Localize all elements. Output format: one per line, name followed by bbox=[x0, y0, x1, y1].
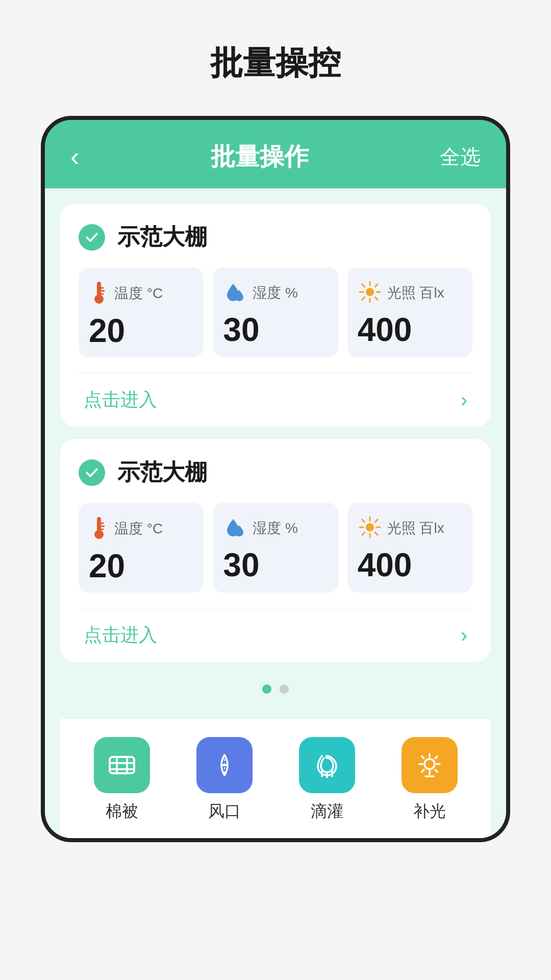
svg-line-42 bbox=[421, 756, 423, 758]
greenhouse-card-2[interactable]: 示范大棚 bbox=[60, 439, 491, 662]
sensors-row-2: 温度 °C 20 湿度 % 30 bbox=[79, 503, 472, 593]
thermometer-icon-2 bbox=[89, 515, 109, 543]
dot-1 bbox=[262, 684, 271, 694]
svg-point-5 bbox=[366, 288, 374, 296]
diguan-icon-bg bbox=[299, 737, 355, 793]
svg-line-43 bbox=[435, 770, 437, 772]
svg-point-37 bbox=[424, 759, 435, 769]
check-icon-2[interactable] bbox=[79, 459, 105, 486]
svg-line-13 bbox=[362, 297, 364, 300]
svg-line-24 bbox=[362, 520, 364, 522]
svg-rect-28 bbox=[110, 757, 134, 773]
light-sensor-2: 光照 百lx 400 bbox=[347, 503, 472, 593]
phone-frame: ‹ 批量操作 全选 示范大棚 bbox=[41, 116, 510, 842]
toolbar-item-fengkou[interactable]: 风口 bbox=[196, 737, 253, 823]
humidity-icon-1 bbox=[223, 280, 247, 306]
header-title: 批量操作 bbox=[211, 140, 309, 173]
enter-text-2: 点击进入 bbox=[84, 623, 157, 648]
svg-line-27 bbox=[362, 532, 364, 535]
fengkou-label: 风口 bbox=[208, 800, 241, 823]
select-all-button[interactable]: 全选 bbox=[440, 143, 481, 171]
enter-arrow-1: › bbox=[461, 388, 467, 411]
temperature-label-2: 温度 °C bbox=[114, 519, 163, 538]
enter-arrow-2: › bbox=[461, 624, 467, 647]
humidity-value-1: 30 bbox=[223, 313, 328, 346]
light-value-2: 400 bbox=[358, 549, 462, 581]
greenhouse-name-2: 示范大棚 bbox=[117, 457, 207, 487]
svg-point-1 bbox=[94, 295, 104, 304]
light-icon-2 bbox=[358, 515, 382, 542]
svg-line-45 bbox=[421, 770, 423, 772]
svg-line-10 bbox=[362, 284, 364, 287]
svg-line-25 bbox=[375, 532, 378, 535]
enter-text-1: 点击进入 bbox=[84, 387, 157, 412]
svg-line-11 bbox=[375, 297, 378, 300]
humidity-value-2: 30 bbox=[223, 549, 328, 581]
greenhouse-card-1[interactable]: 示范大棚 bbox=[60, 204, 491, 427]
temperature-sensor-2: 温度 °C 20 bbox=[79, 503, 204, 593]
humidity-sensor-1: 湿度 % 30 bbox=[213, 267, 338, 357]
light-label-2: 光照 百lx bbox=[387, 519, 444, 538]
toolbar-item-mianbe[interactable]: 棉被 bbox=[94, 737, 150, 823]
humidity-label-1: 湿度 % bbox=[253, 283, 298, 303]
back-button[interactable]: ‹ bbox=[70, 143, 79, 170]
temperature-value-1: 20 bbox=[89, 314, 193, 347]
thermometer-icon-1 bbox=[89, 280, 109, 307]
light-icon-1 bbox=[358, 280, 382, 306]
svg-line-44 bbox=[435, 756, 437, 758]
greenhouse-name-1: 示范大棚 bbox=[117, 222, 207, 252]
mianbe-icon-bg bbox=[94, 737, 150, 793]
humidity-sensor-2: 湿度 % 30 bbox=[213, 503, 338, 593]
temperature-label-1: 温度 °C bbox=[114, 284, 163, 303]
humidity-icon-2 bbox=[223, 515, 247, 542]
toolbar-item-buguang[interactable]: 补光 bbox=[402, 737, 458, 823]
light-label-1: 光照 百lx bbox=[387, 283, 444, 303]
card-header-2: 示范大棚 bbox=[79, 457, 472, 487]
page-title: 批量操控 bbox=[0, 0, 551, 116]
card-enter-2[interactable]: 点击进入 › bbox=[79, 608, 472, 662]
temperature-value-2: 20 bbox=[89, 550, 193, 582]
svg-point-15 bbox=[94, 530, 104, 539]
app-header: ‹ 批量操作 全选 bbox=[45, 120, 506, 188]
card-header-1: 示范大棚 bbox=[79, 222, 472, 252]
page-indicator bbox=[60, 674, 491, 706]
card-enter-1[interactable]: 点击进入 › bbox=[79, 373, 472, 427]
buguang-icon-bg bbox=[402, 737, 458, 793]
scroll-area: 示范大棚 bbox=[45, 188, 506, 838]
diguan-label: 滴灌 bbox=[311, 800, 343, 823]
dot-2 bbox=[280, 684, 289, 694]
temperature-sensor-1: 温度 °C 20 bbox=[79, 267, 204, 357]
svg-point-19 bbox=[366, 523, 374, 531]
svg-line-26 bbox=[375, 520, 378, 522]
light-value-1: 400 bbox=[358, 313, 462, 346]
sensors-row-1: 温度 °C 20 湿度 % 30 bbox=[79, 267, 472, 357]
bottom-toolbar: 棉被 风口 bbox=[60, 718, 491, 838]
check-icon-1[interactable] bbox=[79, 224, 105, 251]
svg-line-12 bbox=[375, 284, 378, 287]
buguang-label: 补光 bbox=[413, 800, 446, 823]
light-sensor-1: 光照 百lx 400 bbox=[347, 267, 472, 357]
mianbe-label: 棉被 bbox=[106, 800, 138, 823]
humidity-label-2: 湿度 % bbox=[253, 519, 298, 538]
fengkou-icon-bg bbox=[196, 737, 253, 793]
toolbar-item-diguan[interactable]: 滴灌 bbox=[299, 737, 355, 823]
